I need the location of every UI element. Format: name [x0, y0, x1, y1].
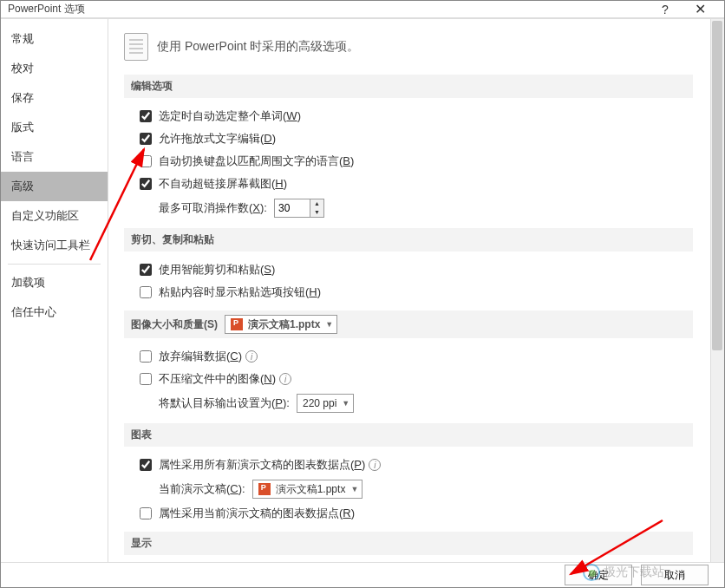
- opt-smart-cut: 使用智能剪切和粘贴(S): [124, 258, 693, 281]
- chevron-down-icon: ▼: [350, 485, 358, 493]
- sidebar-separator: [8, 264, 101, 265]
- info-icon[interactable]: i: [245, 350, 258, 363]
- checkbox-no-compress[interactable]: [140, 373, 152, 385]
- opt-paste-options: 粘贴内容时显示粘贴选项按钮(H): [124, 281, 693, 304]
- chevron-down-icon: ▼: [325, 320, 333, 329]
- scrollbar[interactable]: [710, 19, 724, 562]
- opt-chart-current: 当前演示文稿(C): 演示文稿1.pptx ▼: [124, 476, 693, 502]
- spin-up-icon[interactable]: ▲: [310, 199, 323, 208]
- sidebar-item-language[interactable]: 语言: [1, 142, 108, 172]
- sidebar-item-general[interactable]: 常规: [1, 24, 108, 54]
- dialog-footer: 确定 取消: [1, 562, 724, 587]
- section-chart-header: 图表: [124, 423, 693, 447]
- chart-file-select[interactable]: 演示文稿1.pptx ▼: [252, 480, 363, 499]
- info-icon[interactable]: i: [279, 373, 291, 385]
- sidebar-item-addins[interactable]: 加载项: [1, 268, 108, 297]
- sidebar-item-qat[interactable]: 快速访问工具栏: [1, 231, 108, 260]
- section-cut-header: 剪切、复制和粘贴: [124, 228, 693, 252]
- cancel-button[interactable]: 取消: [641, 565, 709, 585]
- opt-resolution: 将默认目标输出设置为(P): 220 ppi ▼: [124, 390, 693, 416]
- sidebar-item-save[interactable]: 保存: [1, 83, 108, 113]
- checkbox-discard-edit[interactable]: [140, 350, 152, 363]
- content-pane: 使用 PowerPoint 时采用的高级选项。 编辑选项 选定时自动选定整个单词…: [108, 19, 724, 562]
- opt-chart-all: 属性采用所有新演示文稿的图表数据点(P) i: [124, 454, 693, 476]
- sidebar-item-trust[interactable]: 信任中心: [1, 297, 108, 327]
- titlebar: PowerPoint 选项 ? ✕: [1, 1, 724, 18]
- checkbox-select-word[interactable]: [140, 110, 152, 122]
- help-button[interactable]: ?: [648, 3, 683, 16]
- chevron-down-icon: ▼: [342, 399, 349, 408]
- checkbox-keyboard[interactable]: [140, 155, 152, 167]
- checkbox-hyperlink[interactable]: [140, 178, 152, 190]
- close-button[interactable]: ✕: [683, 1, 717, 17]
- checkbox-chart-all[interactable]: [140, 459, 152, 471]
- checkbox-paste-options[interactable]: [140, 286, 152, 298]
- ppt-icon: [258, 483, 271, 495]
- ppt-icon: [231, 318, 243, 330]
- checkbox-chart-current[interactable]: [140, 507, 152, 519]
- opt-no-compress: 不压缩文件中的图像(N) i: [124, 368, 693, 390]
- page-header: 使用 PowerPoint 时采用的高级选项。: [124, 33, 693, 61]
- checkbox-drag-drop[interactable]: [140, 133, 152, 145]
- opt-select-word: 选定时自动选定整个单词(W): [124, 105, 693, 127]
- sidebar: 常规 校对 保存 版式 语言 高级 自定义功能区 快速访问工具栏 加载项 信任中…: [1, 19, 108, 562]
- options-dialog: PowerPoint 选项 ? ✕ 常规 校对 保存 版式 语言 高级 自定义功…: [0, 0, 725, 588]
- opt-drag-drop: 允许拖放式文字编辑(D): [124, 127, 693, 150]
- scrollbar-thumb[interactable]: [712, 21, 722, 350]
- checkbox-smart-cut[interactable]: [140, 264, 152, 276]
- resolution-select[interactable]: 220 ppi ▼: [297, 394, 354, 413]
- window-title: PowerPoint 选项: [8, 2, 648, 16]
- opt-hyperlink: 不自动超链接屏幕截图(H): [124, 173, 693, 195]
- image-file-select[interactable]: 演示文稿1.pptx ▼: [225, 315, 337, 334]
- sidebar-item-layout[interactable]: 版式: [1, 113, 108, 142]
- document-icon: [124, 33, 148, 61]
- section-image-header: 图像大小和质量(S) 演示文稿1.pptx ▼: [124, 310, 693, 338]
- section-edit-header: 编辑选项: [124, 75, 693, 98]
- opt-keyboard: 自动切换键盘以匹配周围文字的语言(B): [124, 150, 693, 173]
- ok-button[interactable]: 确定: [565, 565, 632, 585]
- undo-spinner[interactable]: ▲▼: [274, 199, 324, 218]
- opt-undo: 最多可取消操作数(X): ▲▼: [124, 195, 693, 221]
- sidebar-item-proofing[interactable]: 校对: [1, 54, 108, 83]
- sidebar-item-advanced[interactable]: 高级: [1, 172, 108, 201]
- section-display-header: 显示: [124, 532, 693, 555]
- sidebar-item-ribbon[interactable]: 自定义功能区: [1, 201, 108, 231]
- spin-down-icon[interactable]: ▼: [310, 208, 323, 217]
- undo-input[interactable]: [275, 199, 310, 217]
- opt-chart-current-data: 属性采用当前演示文稿的图表数据点(R): [124, 502, 693, 525]
- dialog-body: 常规 校对 保存 版式 语言 高级 自定义功能区 快速访问工具栏 加载项 信任中…: [1, 18, 724, 562]
- opt-discard-edit: 放弃编辑数据(C) i: [124, 345, 693, 368]
- info-icon[interactable]: i: [369, 459, 381, 471]
- page-title: 使用 PowerPoint 时采用的高级选项。: [157, 39, 359, 55]
